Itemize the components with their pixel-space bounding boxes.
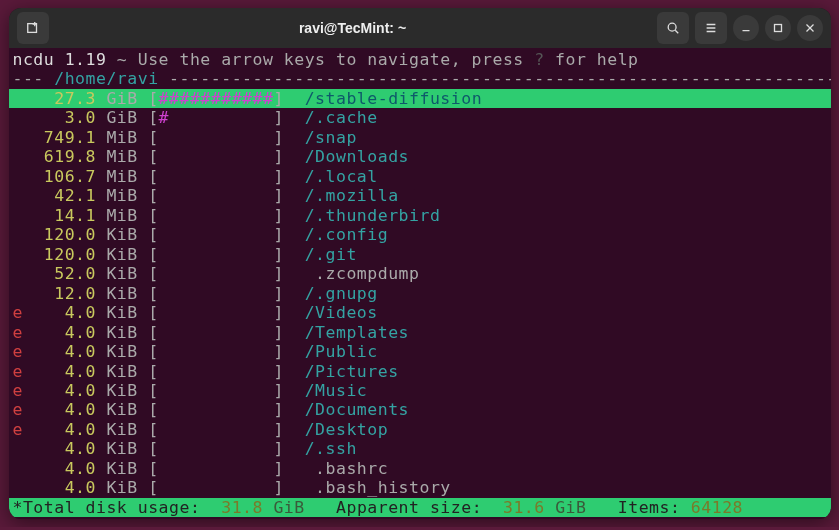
- size-value: 619.8: [23, 147, 96, 166]
- total-label: Total disk usage:: [23, 498, 200, 517]
- search-button[interactable]: [657, 12, 689, 44]
- size-unit: KiB: [96, 420, 148, 439]
- total-value: 31.8: [221, 498, 263, 517]
- titlebar: ravi@TecMint: ~: [9, 8, 831, 48]
- size-unit: MiB: [96, 186, 148, 205]
- bar-gauge: [159, 381, 274, 400]
- svg-point-3: [668, 23, 676, 31]
- apparent-value: 31.6: [503, 498, 545, 517]
- hamburger-icon: [704, 21, 718, 35]
- list-item[interactable]: e 4.0 KiB [ ] /Desktop: [9, 420, 831, 439]
- entry-name: /Documents: [294, 400, 409, 419]
- list-item[interactable]: e 4.0 KiB [ ] /Pictures: [9, 362, 831, 381]
- flag: [13, 108, 23, 127]
- bar-gauge: [159, 342, 274, 361]
- list-item[interactable]: 14.1 MiB [ ] /.thunderbird: [9, 206, 831, 225]
- size-unit: KiB: [96, 284, 148, 303]
- new-tab-button[interactable]: [17, 12, 49, 44]
- bar-gauge: [159, 284, 274, 303]
- flag: e: [13, 362, 23, 381]
- list-item[interactable]: e 4.0 KiB [ ] /Templates: [9, 323, 831, 342]
- search-icon: [666, 21, 680, 35]
- menu-button[interactable]: [695, 12, 727, 44]
- size-unit: KiB: [96, 245, 148, 264]
- list-item[interactable]: e 4.0 KiB [ ] /Public: [9, 342, 831, 361]
- size-unit: KiB: [96, 225, 148, 244]
- size-unit: KiB: [96, 323, 148, 342]
- list-item[interactable]: e 4.0 KiB [ ] /Music: [9, 381, 831, 400]
- list-item[interactable]: 619.8 MiB [ ] /Downloads: [9, 147, 831, 166]
- size-unit: KiB: [96, 264, 148, 283]
- bar-gauge: [159, 167, 274, 186]
- bar-gauge: [159, 362, 274, 381]
- flag: [13, 128, 23, 147]
- size-unit: GiB: [96, 89, 148, 108]
- list-item[interactable]: 4.0 KiB [ ] .bashrc: [9, 459, 831, 478]
- flag: e: [13, 342, 23, 361]
- list-item[interactable]: 27.3 GiB [###########] /stable-diffusion: [9, 89, 831, 108]
- list-item[interactable]: 120.0 KiB [ ] /.config: [9, 225, 831, 244]
- flag: e: [13, 420, 23, 439]
- bar-gauge: [159, 245, 274, 264]
- terminal-content[interactable]: ncdu 1.19 ~ Use the arrow keys to naviga…: [9, 48, 831, 519]
- entry-name: /Templates: [294, 323, 409, 342]
- size-unit: KiB: [96, 400, 148, 419]
- list-item[interactable]: 106.7 MiB [ ] /.local: [9, 167, 831, 186]
- list-item[interactable]: 4.0 KiB [ ] /.ssh: [9, 439, 831, 458]
- list-item[interactable]: 42.1 MiB [ ] /.mozilla: [9, 186, 831, 205]
- list-item[interactable]: 12.0 KiB [ ] /.gnupg: [9, 284, 831, 303]
- bar-gauge: [159, 439, 274, 458]
- size-value: 4.0: [23, 323, 96, 342]
- size-unit: MiB: [96, 128, 148, 147]
- bar-gauge: [159, 459, 274, 478]
- list-item[interactable]: 120.0 KiB [ ] /.git: [9, 245, 831, 264]
- flag: [13, 459, 23, 478]
- size-value: 106.7: [23, 167, 96, 186]
- entry-name: /Music: [294, 381, 367, 400]
- flag: [13, 147, 23, 166]
- bar-gauge: ###########: [159, 89, 274, 108]
- maximize-icon: [771, 21, 785, 35]
- bar-gauge: [159, 400, 274, 419]
- bar-gauge: [159, 323, 274, 342]
- minimize-button[interactable]: [733, 15, 759, 41]
- current-path: /home/ravi: [54, 69, 158, 88]
- app-name: ncdu 1.19: [13, 50, 107, 69]
- size-unit: MiB: [96, 206, 148, 225]
- size-value: 4.0: [23, 420, 96, 439]
- flag: [13, 439, 23, 458]
- bar-gauge: [159, 303, 274, 322]
- size-unit: KiB: [96, 459, 148, 478]
- size-unit: KiB: [96, 478, 148, 497]
- list-item[interactable]: e 4.0 KiB [ ] /Documents: [9, 400, 831, 419]
- size-value: 4.0: [23, 400, 96, 419]
- entry-name: /.gnupg: [294, 284, 377, 303]
- list-item[interactable]: 52.0 KiB [ ] .zcompdump: [9, 264, 831, 283]
- file-list: 27.3 GiB [###########] /stable-diffusion…: [9, 89, 831, 498]
- list-item[interactable]: 3.0 GiB [# ] /.cache: [9, 108, 831, 127]
- list-item[interactable]: 749.1 MiB [ ] /snap: [9, 128, 831, 147]
- path-dashes: ----------------------------------------…: [159, 69, 831, 88]
- entry-name: /.thunderbird: [294, 206, 440, 225]
- terminal-window: ravi@TecMint: ~ ncdu 1.19 ~ Use the arro…: [9, 8, 831, 519]
- bar-gauge: [159, 420, 274, 439]
- maximize-button[interactable]: [765, 15, 791, 41]
- size-value: 27.3: [23, 89, 96, 108]
- entry-name: /.config: [294, 225, 388, 244]
- size-value: 4.0: [23, 439, 96, 458]
- entry-name: /Public: [294, 342, 377, 361]
- size-value: 3.0: [23, 108, 96, 127]
- close-button[interactable]: [797, 15, 823, 41]
- entry-name: /.mozilla: [294, 186, 398, 205]
- flag: [13, 225, 23, 244]
- size-value: 4.0: [23, 478, 96, 497]
- window-title: ravi@TecMint: ~: [57, 20, 649, 36]
- entry-name: /Pictures: [294, 362, 398, 381]
- flag: [13, 478, 23, 497]
- list-item[interactable]: 4.0 KiB [ ] .bash_history: [9, 478, 831, 497]
- list-item[interactable]: e 4.0 KiB [ ] /Videos: [9, 303, 831, 322]
- entry-name: .zcompdump: [294, 264, 419, 283]
- entry-name: /.ssh: [294, 439, 357, 458]
- entry-name: /Desktop: [294, 420, 388, 439]
- entry-name: .bashrc: [294, 459, 388, 478]
